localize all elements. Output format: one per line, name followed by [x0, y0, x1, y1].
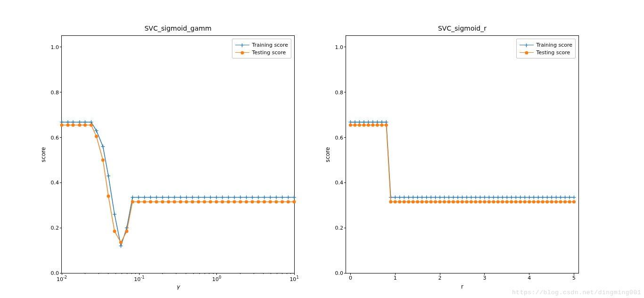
svg-point-100 [179, 200, 182, 204]
svg-point-109 [233, 200, 236, 204]
svg-point-246 [456, 200, 460, 204]
svg-point-266 [545, 200, 549, 204]
svg-point-241 [434, 200, 437, 204]
svg-point-97 [161, 200, 164, 204]
y-axis-label: score [324, 147, 331, 162]
svg-point-84 [83, 124, 87, 127]
svg-point-108 [227, 200, 230, 204]
svg-point-238 [421, 200, 424, 204]
svg-point-223 [353, 124, 356, 127]
svg-point-232 [394, 200, 397, 204]
svg-point-83 [78, 124, 81, 127]
svg-point-230 [385, 124, 388, 127]
svg-point-234 [403, 200, 406, 204]
svg-point-256 [501, 200, 504, 204]
svg-point-113 [256, 200, 260, 204]
svg-point-261 [523, 200, 527, 204]
svg-point-116 [275, 200, 278, 204]
svg-point-231 [389, 200, 392, 204]
svg-point-93 [137, 200, 140, 204]
chart-left: SVC_sigmoid_gamm score γ + Training scor… [61, 35, 295, 273]
svg-point-270 [563, 200, 567, 204]
svg-point-82 [72, 124, 75, 127]
svg-point-89 [113, 230, 116, 233]
svg-point-248 [465, 200, 468, 204]
svg-point-243 [443, 200, 446, 204]
svg-point-107 [221, 200, 224, 204]
svg-point-224 [358, 124, 361, 127]
svg-point-88 [107, 195, 110, 198]
svg-point-98 [167, 200, 170, 204]
watermark: https://blog.csdn.net/dingming001 [512, 289, 641, 296]
svg-point-111 [245, 200, 248, 204]
svg-point-225 [362, 124, 365, 127]
svg-point-262 [528, 200, 531, 204]
svg-point-229 [380, 124, 383, 127]
chart-title: SVC_sigmoid_r [346, 25, 578, 32]
svg-point-260 [519, 200, 522, 204]
svg-point-236 [412, 200, 415, 204]
svg-point-102 [191, 200, 194, 204]
svg-point-92 [131, 200, 134, 204]
legend-entry: Testing score [252, 50, 286, 56]
legend-entry: Training score [537, 42, 572, 48]
svg-point-263 [532, 200, 536, 204]
svg-point-117 [281, 200, 284, 204]
svg-point-96 [155, 200, 158, 204]
svg-point-226 [367, 124, 370, 127]
svg-point-254 [492, 200, 495, 204]
svg-point-251 [479, 200, 482, 204]
svg-point-267 [550, 200, 553, 204]
svg-point-85 [90, 124, 93, 127]
svg-point-269 [559, 200, 562, 204]
svg-point-257 [505, 200, 509, 204]
svg-point-268 [554, 200, 558, 204]
svg-point-114 [263, 200, 266, 204]
svg-point-222 [349, 124, 352, 127]
svg-point-228 [376, 124, 379, 127]
svg-point-95 [149, 200, 152, 204]
svg-point-239 [425, 200, 428, 204]
svg-point-115 [269, 200, 272, 204]
svg-point-265 [541, 200, 545, 204]
svg-point-119 [293, 200, 296, 204]
svg-point-227 [371, 124, 374, 127]
svg-point-253 [487, 200, 491, 204]
svg-point-264 [537, 200, 540, 204]
chart-right: SVC_sigmoid_r score r + Training score T… [346, 35, 579, 273]
svg-point-91 [125, 230, 128, 233]
svg-point-237 [416, 200, 419, 204]
svg-point-103 [197, 200, 200, 204]
svg-point-104 [203, 200, 206, 204]
svg-point-87 [101, 158, 105, 162]
svg-point-90 [119, 241, 123, 244]
svg-point-247 [461, 200, 464, 204]
svg-point-94 [143, 200, 146, 204]
legend-entry: Testing score [537, 50, 570, 56]
svg-point-259 [514, 200, 518, 204]
legend: + Training score Testing score [516, 39, 576, 58]
svg-point-242 [438, 200, 442, 204]
svg-point-235 [407, 200, 410, 204]
svg-point-99 [173, 200, 176, 204]
plot-svg [346, 36, 578, 273]
svg-point-233 [398, 200, 401, 204]
svg-point-106 [215, 200, 218, 204]
x-axis-label: γ [62, 283, 294, 290]
svg-point-250 [474, 200, 477, 204]
svg-point-101 [185, 200, 188, 204]
y-axis-label: score [40, 147, 47, 162]
legend-entry: Training score [252, 42, 288, 48]
svg-point-240 [429, 200, 433, 204]
svg-point-271 [568, 200, 571, 204]
svg-point-80 [60, 124, 64, 127]
chart-title: SVC_sigmoid_gamm [62, 25, 294, 32]
svg-point-255 [496, 200, 500, 204]
svg-point-249 [470, 200, 473, 204]
svg-point-258 [510, 200, 513, 204]
svg-point-245 [452, 200, 455, 204]
svg-point-252 [483, 200, 486, 204]
svg-point-105 [209, 200, 212, 204]
svg-point-112 [251, 200, 254, 204]
legend: + Training score Testing score [232, 39, 291, 58]
